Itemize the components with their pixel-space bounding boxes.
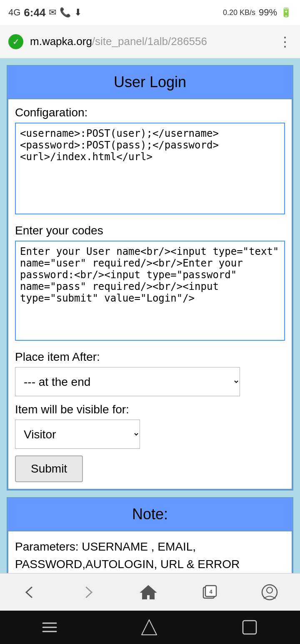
forward-button[interactable]: [76, 580, 101, 605]
note-parameters: Parameters: USERNAME , EMAIL, PASSWORD,A…: [15, 538, 285, 573]
android-nav: [0, 611, 300, 644]
status-right: 0.20 KB/s 99% 🔋: [223, 7, 292, 18]
codes-textarea[interactable]: Enter your User name<br/><input type="te…: [15, 241, 285, 341]
download-icon: ⬇: [74, 7, 82, 18]
time-display: 6:44: [24, 6, 45, 19]
status-bar: 4G 6:44 ✉ 📞 ⬇ 0.20 KB/s 99% 🔋: [0, 0, 300, 25]
battery-display: 99%: [259, 7, 277, 18]
login-title: User Login: [8, 66, 292, 98]
status-left: 4G 6:44 ✉ 📞 ⬇: [8, 6, 82, 19]
battery-icon: 🔋: [280, 7, 292, 18]
browser-menu-button[interactable]: ⋮: [278, 34, 292, 50]
profile-button[interactable]: [256, 579, 283, 606]
home-button[interactable]: [135, 579, 162, 606]
email-icon: ✉: [49, 7, 56, 18]
note-title: Note:: [8, 498, 292, 531]
url-bar[interactable]: m.wapka.org/site_panel/1alb/286556: [30, 35, 272, 48]
svg-rect-10: [243, 621, 256, 634]
browser-bar: ✓ m.wapka.org/site_panel/1alb/286556 ⋮: [0, 25, 300, 58]
signal-indicator: 4G: [8, 7, 20, 18]
android-back-button[interactable]: [240, 618, 259, 636]
submit-button[interactable]: Submit: [15, 455, 83, 482]
security-icon: ✓: [8, 34, 23, 49]
phone-icon: 📞: [60, 7, 71, 18]
svg-text:4: 4: [209, 589, 212, 595]
url-path: /site_panel/1alb/286556: [92, 35, 207, 48]
speed-display: 0.20 KB/s: [223, 8, 255, 17]
bottom-nav: 4: [0, 573, 300, 611]
android-menu-button[interactable]: [41, 621, 58, 634]
android-home-button[interactable]: [140, 618, 158, 636]
codes-label: Enter your codes: [15, 224, 285, 237]
svg-marker-0: [141, 586, 156, 599]
login-box: User Login Configaration: <username>:POS…: [7, 65, 293, 491]
svg-marker-9: [142, 620, 157, 635]
config-label: Configaration:: [15, 106, 285, 119]
visible-select[interactable]: Visitor Member All: [15, 420, 140, 449]
login-body: Configaration: <username>:POST(user);</u…: [8, 98, 292, 490]
tabs-button[interactable]: 4: [196, 579, 222, 606]
place-label: Place item After:: [15, 350, 285, 364]
visible-label: Item will be visible for:: [15, 403, 285, 416]
main-content: User Login Configaration: <username>:POS…: [0, 58, 300, 644]
config-textarea[interactable]: <username>:POST(user);</username> <passw…: [15, 123, 285, 214]
svg-point-5: [267, 587, 272, 593]
back-button[interactable]: [17, 580, 42, 605]
url-domain: m.wapka.org: [30, 35, 92, 48]
place-select[interactable]: --- at the end --- at the beginning: [15, 367, 240, 396]
